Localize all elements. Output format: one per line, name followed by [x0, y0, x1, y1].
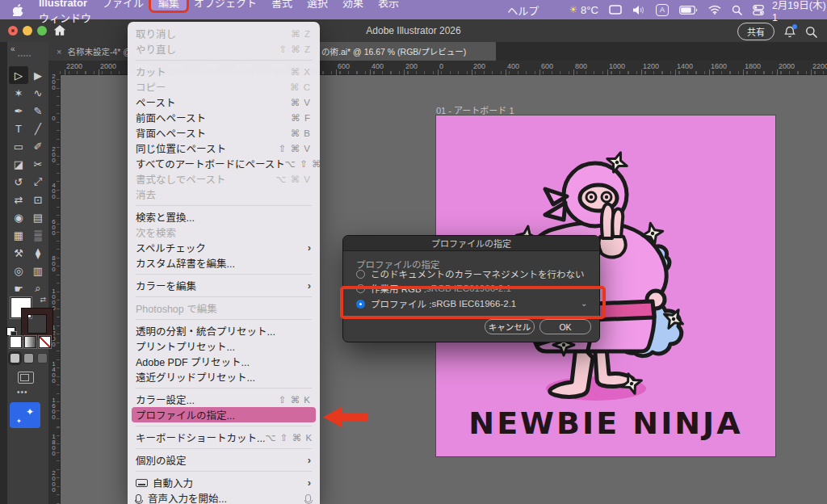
cancel-button[interactable]: キャンセル	[485, 319, 535, 334]
menu-item-個別の設定[interactable]: 個別の設定›	[128, 452, 320, 468]
draw-inside-button[interactable]	[37, 353, 48, 363]
draw-behind-button[interactable]	[23, 353, 34, 363]
menubar-item-ファイル[interactable]: ファイル	[94, 0, 151, 10]
dialog-title[interactable]: プロファイルの指定	[343, 236, 599, 251]
edit-toolbar-icon[interactable]: •••	[17, 388, 28, 397]
menubar-item-Illustrator[interactable]: Illustrator	[31, 0, 94, 10]
menubar-item-表示[interactable]: 表示	[371, 0, 406, 10]
pen-tool[interactable]: ✒	[9, 102, 28, 120]
profile-radio-1[interactable]: このドキュメントのカラーマネジメントを行わない	[356, 267, 585, 280]
menu-item-コピー[interactable]: コピー⌘ C	[128, 79, 320, 94]
selection-tool[interactable]: ▷	[9, 66, 28, 84]
generative-ai-button[interactable]: ✦ ✦	[10, 402, 40, 428]
ok-button[interactable]: OK	[539, 319, 591, 334]
menu-item-カット[interactable]: カット⌘ X	[128, 64, 320, 79]
apple-logo-icon[interactable]	[13, 4, 23, 16]
color-mode-button[interactable]	[10, 336, 22, 348]
artboard-label[interactable]: 01 - アートボード 1	[436, 103, 514, 116]
draw-normal-button[interactable]	[10, 353, 20, 363]
menu-item-消去[interactable]: 消去	[128, 187, 320, 202]
tab-close-icon[interactable]: ×	[57, 47, 61, 57]
type-tool[interactable]: T	[9, 120, 28, 137]
none-mode-button[interactable]	[39, 336, 51, 348]
menu-item-プロファイルの指定[interactable]: プロファイルの指定...	[132, 407, 316, 422]
share-button[interactable]: 共有	[737, 23, 775, 40]
menu-item-自動入力[interactable]: 自動入力›	[128, 475, 320, 490]
free-transform-tool[interactable]: ⊡	[28, 191, 48, 208]
menu-item-カラー設定[interactable]: カラー設定...⇧ ⌘ K	[128, 392, 320, 407]
mesh-tool[interactable]: ▦	[9, 226, 28, 244]
menu-item-カラーを編集[interactable]: カラーを編集›	[128, 278, 320, 293]
menu-item-遠近グリッドプリセット[interactable]: 遠近グリッドプリセット...	[128, 369, 320, 384]
notifications-bell-icon[interactable]	[784, 26, 796, 38]
zoom-tool[interactable]: ⌕	[28, 279, 48, 297]
slice-tool[interactable]: ⚒	[9, 244, 28, 262]
menubar-item-編集[interactable]: 編集	[151, 0, 187, 10]
menu-item-検索と置換[interactable]: 検索と置換...	[128, 209, 320, 225]
stroke-swatch[interactable]	[22, 309, 52, 339]
menu-item-透明の分割・統合プリセット[interactable]: 透明の分割・統合プリセット...	[128, 323, 320, 338]
shaper-tool[interactable]: ◪	[9, 155, 28, 173]
lasso-tool[interactable]: ∿	[28, 84, 48, 102]
menubar-item-ウィンドウ[interactable]: ウィンドウ	[31, 10, 99, 26]
menubar-menus: Illustratorファイル編集オブジェクト書式選択効果表示ウィンドウ	[31, 0, 422, 25]
menu-item-背面へペースト[interactable]: 背面へペースト⌘ B	[128, 125, 320, 141]
gradient-mode-button[interactable]	[24, 336, 36, 348]
menubar-clock[interactable]: 2月19日(木) 1	[772, 0, 827, 23]
shape-builder-tool[interactable]: ◉	[9, 208, 28, 226]
annotation-box-profile-row	[340, 286, 606, 319]
menu-item-同じ位置にペースト[interactable]: 同じ位置にペースト⇧ ⌘ V	[128, 141, 320, 156]
menu-item-取り消し[interactable]: 取り消し⌘ Z	[128, 26, 320, 41]
search-icon[interactable]	[732, 5, 742, 15]
menu-item-プリントプリセット[interactable]: プリントプリセット...	[128, 338, 320, 354]
eyedropper-tool[interactable]: ⧫	[28, 244, 48, 262]
wifi-icon[interactable]	[708, 5, 721, 15]
swap-fill-stroke-icon[interactable]: ⇄	[40, 296, 46, 304]
menu-item-すべてのアートボードにペースト[interactable]: すべてのアートボードにペースト⌥ ⇧ ⌘ V	[128, 156, 320, 171]
menubar-item-選択[interactable]: 選択	[300, 0, 335, 10]
default-fill-stroke-icon[interactable]	[6, 327, 15, 336]
volume-icon[interactable]	[632, 5, 645, 15]
paintbrush-tool[interactable]: ✐	[28, 137, 48, 155]
menu-item-キーボードショートカット[interactable]: キーボードショートカット...⌥ ⇧ ⌘ K	[128, 430, 320, 445]
weather-widget[interactable]: ☀ 8°C	[569, 4, 598, 16]
menubar-item-効果[interactable]: 効果	[335, 0, 371, 10]
scissors-tool[interactable]: ✂	[28, 155, 48, 173]
gradient-tool[interactable]: ▒	[28, 226, 48, 244]
rectangle-tool[interactable]: ▭	[9, 137, 28, 155]
perspective-grid-tool[interactable]: ▤	[28, 208, 48, 226]
app-search-icon[interactable]	[805, 26, 817, 38]
menu-item-Adobe PDF プリセット[interactable]: Adobe PDF プリセット...	[128, 354, 320, 369]
collapse-panel-icon[interactable]: «	[10, 44, 15, 53]
menubar-item-オブジェクト[interactable]: オブジェクト	[187, 0, 264, 10]
direct-selection-tool[interactable]: ▶	[28, 66, 48, 84]
menu-item-書式なしでペースト[interactable]: 書式なしでペースト⌥ ⌘ V	[128, 171, 320, 187]
menu-item-Photoshop で編集[interactable]: Photoshop で編集	[128, 300, 320, 316]
radio-icon[interactable]	[356, 270, 365, 279]
control-center-icon[interactable]	[753, 5, 764, 15]
battery-icon[interactable]	[679, 6, 698, 15]
menubar-item-help[interactable]: ヘルプ	[500, 1, 546, 19]
scale-tool[interactable]: ⤢	[28, 173, 48, 191]
vertical-ruler[interactable]: 2000200400600800100012001400160018002000	[48, 74, 61, 504]
hand-tool[interactable]: ☛	[9, 279, 28, 297]
line-segment-tool[interactable]: ╱	[28, 120, 48, 137]
panel-grip[interactable]: •••••	[18, 52, 31, 58]
width-tool[interactable]: ⇄	[9, 191, 28, 208]
menu-item-スペルチェック[interactable]: スペルチェック›	[128, 240, 320, 255]
graph-tool[interactable]: ▥	[28, 262, 48, 279]
rotate-tool[interactable]: ↺	[9, 173, 28, 191]
magic-wand-tool[interactable]: ✶	[9, 84, 28, 102]
menubar-item-書式[interactable]: 書式	[264, 0, 300, 10]
input-source-icon[interactable]: A	[656, 4, 669, 16]
menu-item-ペースト[interactable]: ペースト⌘ V	[128, 94, 320, 110]
menu-item-やり直し[interactable]: やり直し⇧ ⌘ Z	[128, 41, 320, 57]
symbol-sprayer-tool[interactable]: ◎	[9, 262, 28, 279]
menu-item-音声入力を開始[interactable]: 音声入力を開始...	[128, 490, 320, 504]
menu-item-前面へペースト[interactable]: 前面へペースト⌘ F	[128, 110, 320, 125]
menu-item-カスタム辞書を編集[interactable]: カスタム辞書を編集...	[128, 255, 320, 271]
curvature-tool[interactable]: ✎	[28, 102, 48, 120]
screen-mode-button[interactable]	[18, 372, 34, 384]
menu-item-次を検索[interactable]: 次を検索	[128, 225, 320, 240]
display-icon[interactable]	[609, 5, 622, 15]
